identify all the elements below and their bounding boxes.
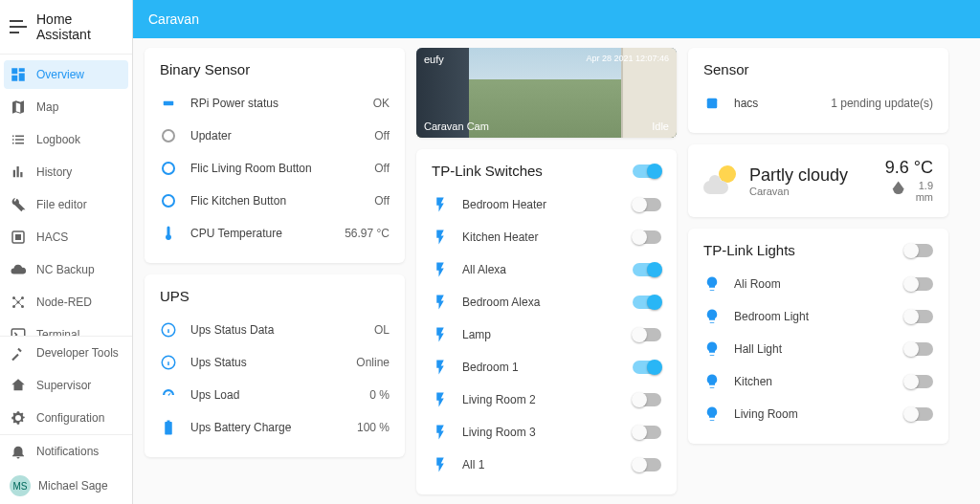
sidebar-item-supervisor[interactable]: Supervisor [0,369,132,402]
light-toggle[interactable] [904,375,933,388]
switch-toggle[interactable] [633,361,661,374]
camera-name: Caravan Cam [424,121,489,132]
lights-master-toggle[interactable] [904,244,933,257]
lightbulb-icon [703,373,721,390]
switch-toggle[interactable] [633,230,661,244]
switch-row[interactable]: Bedroom 1 [416,351,677,383]
lightbulb-icon [703,405,721,423]
sidebar-item-hacs[interactable]: HACS [0,221,132,253]
svg-rect-1 [15,234,21,240]
flash-icon [432,424,449,441]
card-title: TP-Link Lights [703,242,795,258]
switch-toggle[interactable] [633,458,661,471]
topbar: Caravan [133,0,980,38]
light-row[interactable]: Bedroom Light [688,300,948,333]
switch-toggle[interactable] [633,426,661,439]
nav-label: File editor [36,198,87,211]
sidebar-item-notifications[interactable]: Notifications [0,435,132,468]
sidebar-item-overview[interactable]: Overview [4,60,128,89]
light-toggle[interactable] [904,407,933,421]
list-icon [10,131,27,148]
row-label: All 1 [462,458,633,471]
switch-row[interactable]: Lamp [416,318,677,351]
sidebar-item-history[interactable]: History [0,156,132,188]
sidebar: Home Assistant Overview Map Logbook Hist… [0,0,133,504]
switch-row[interactable]: All 1 [416,449,677,481]
nav-label: Map [36,100,58,114]
ups-row-status[interactable]: Ups Status Online [145,346,405,379]
sidebar-item-configuration[interactable]: Configuration [0,402,132,434]
row-value: Off [374,162,390,175]
nav-label: Configuration [36,411,104,425]
sidebar-item-file-editor[interactable]: File editor [0,188,132,221]
sidebar-item-user[interactable]: MS Michael Sage [0,468,132,504]
light-row[interactable]: Living Room [688,398,948,430]
row-label: Kitchen [734,375,904,388]
flash-icon [432,391,449,408]
row-label: Hall Light [734,342,904,356]
switch-row[interactable]: Kitchen Heater [416,221,677,253]
sensor-row-flic-kitchen[interactable]: Flic Kitchen Button Off [145,185,405,217]
switch-toggle[interactable] [633,198,661,211]
sidebar-item-map[interactable]: Map [0,91,132,123]
sidebar-item-nc-backup[interactable]: NC Backup [0,253,132,286]
menu-icon[interactable] [10,20,27,33]
switch-toggle[interactable] [633,263,661,276]
sensor-row-hacs[interactable]: hacs 1 pending update(s) [688,87,948,120]
row-value: Off [374,194,390,208]
row-label: Bedroom 1 [462,361,633,374]
camera-state: Idle [652,121,669,132]
weather-card[interactable]: Partly cloudy Caravan 9.6 °C 1.9 mm [688,144,948,217]
ups-row-status-data[interactable]: Ups Status Data OL [145,314,405,346]
hammer-icon [10,344,27,362]
row-label: Bedroom Heater [462,198,633,211]
switch-row[interactable]: Bedroom Heater [416,188,677,221]
light-toggle[interactable] [904,277,933,291]
flash-icon [432,196,449,213]
sensor-row-rpi-power[interactable]: RPi Power status OK [145,87,405,120]
row-label: Flic Living Room Button [190,162,374,175]
sidebar-item-terminal[interactable]: Terminal [0,318,132,336]
lightbulb-icon [703,275,721,293]
ups-row-battery[interactable]: Ups Battery Charge 100 % [145,411,405,444]
gear-icon [10,409,27,427]
flash-icon [432,229,449,246]
switch-row[interactable]: Living Room 2 [416,383,677,416]
sidebar-item-node-red[interactable]: Node-RED [0,286,132,318]
light-row[interactable]: Hall Light [688,333,948,365]
flash-icon [432,294,449,311]
light-toggle[interactable] [904,310,933,323]
weather-condition: Partly cloudy [749,165,885,186]
row-label: Bedroom Light [734,310,904,323]
switch-toggle[interactable] [633,296,661,309]
switch-toggle[interactable] [633,328,661,341]
switch-row[interactable]: Bedroom Alexa [416,286,677,318]
flash-icon [432,456,449,473]
sensor-row-cpu-temp[interactable]: CPU Temperature 56.97 °C [145,217,405,250]
nav-label: Logbook [36,133,80,146]
row-label: CPU Temperature [190,227,345,240]
sensor-row-updater[interactable]: Updater Off [145,120,405,152]
map-icon [10,99,27,116]
switch-row[interactable]: Living Room 3 [416,416,677,449]
ups-row-load[interactable]: Ups Load 0 % [145,379,405,411]
sidebar-item-logbook[interactable]: Logbook [0,123,132,156]
lightbulb-icon [703,340,721,358]
switch-row[interactable]: All Alexa [416,253,677,286]
binary-sensor-card: Binary Sensor RPi Power status OK Update… [145,48,405,263]
row-value: 100 % [357,421,390,434]
sensor-row-flic-living[interactable]: Flic Living Room Button Off [145,152,405,185]
thermometer-icon [160,225,177,242]
switches-master-toggle[interactable] [633,164,661,178]
hacs-icon [703,95,721,112]
light-toggle[interactable] [904,342,933,356]
cloud-icon [10,261,27,278]
camera-card[interactable]: eufy Apr 28 2021 12:07:46 Caravan Cam Id… [416,48,677,138]
sidebar-item-devtools[interactable]: Developer Tools [0,337,132,369]
terminal-icon [10,326,27,336]
bell-icon [10,443,27,460]
light-row[interactable]: Kitchen [688,365,948,398]
switch-toggle[interactable] [633,393,661,406]
card-title: UPS [145,288,405,314]
light-row[interactable]: Ali Room [688,268,948,300]
